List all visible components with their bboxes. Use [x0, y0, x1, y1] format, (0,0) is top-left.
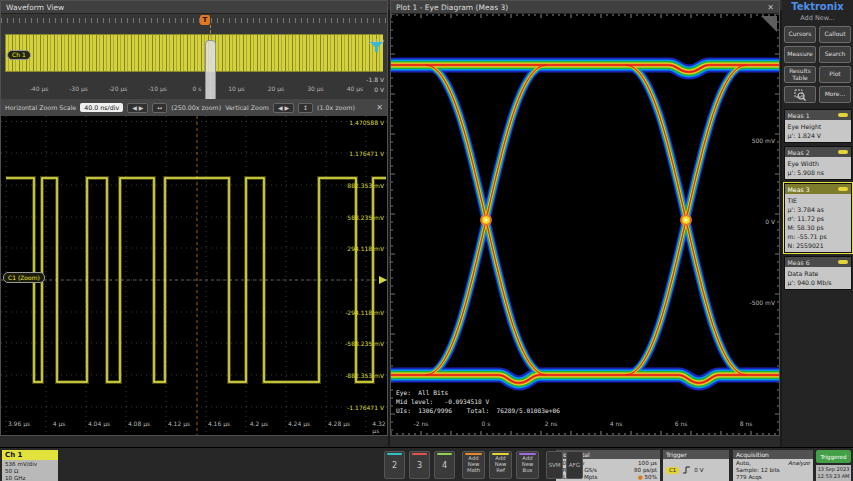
measurement-body: TIEµ': 3.784 asσ': 11.72 psM: 58.30 psm:…: [785, 194, 851, 252]
cursors-button[interactable]: Cursors: [784, 26, 816, 43]
channel-color-stripe: [387, 453, 402, 455]
v-zoom-step-buttons[interactable]: ◀ ▶: [273, 103, 294, 113]
zoom-x-tick: 4 µs: [53, 420, 66, 427]
zoom-y-tick: -1.176471 V: [347, 404, 384, 411]
eye-diagram-close-icon[interactable]: ✕: [767, 3, 774, 12]
waveform-view-titlebar[interactable]: Waveform View: [1, 1, 387, 14]
h-zoom-scale-value[interactable]: 40.0 ns/div: [80, 103, 123, 112]
zoom-channel-badge[interactable]: C1 (Zoom): [3, 272, 45, 283]
zoom-y-tick: 1.470588 V: [349, 118, 384, 125]
overview-x-tick: 40 µs: [347, 85, 364, 92]
position-dot-icon: ●: [638, 474, 645, 480]
overview-ruler: [1, 18, 387, 23]
h-zoom-step-buttons[interactable]: ◀ ▶: [127, 103, 148, 113]
measurement-name: Eye Height: [788, 122, 848, 131]
channel-button-2[interactable]: 2: [384, 451, 405, 479]
draw-a-box-button[interactable]: [784, 86, 816, 103]
trigger-edge-icon: [682, 465, 691, 475]
acquisition-panel[interactable]: Acquisition Auto,AnalyzeSample: 12 bits7…: [733, 450, 813, 481]
divider-grip-left[interactable]: ⋮: [386, 258, 389, 272]
acquisition-settings: Auto,AnalyzeSample: 12 bits779 Acqs: [733, 459, 813, 481]
zoom-y-tick: -882.353 mV: [345, 372, 384, 379]
overview-x-tick: 10 µs: [228, 85, 245, 92]
measurement-badge-stack: Meas 1Eye Heightµ': 1.824 VMeas 2Eye Wid…: [782, 109, 853, 290]
acquisition-row: 779 Acqs: [736, 474, 810, 481]
channel1-badge[interactable]: Ch 1 536 mV/div50 Ω10 GHz: [2, 450, 58, 481]
zoom-x-tick: 4.12 µs: [168, 420, 190, 427]
measurement-name: TIE: [788, 196, 848, 205]
plot-button[interactable]: Plot: [819, 66, 851, 83]
filter-funnel-icon[interactable]: [370, 38, 383, 57]
eye-x-tick: 2 ns: [545, 420, 558, 427]
acquisition-cell: Analyze: [788, 460, 810, 467]
window-divider-left[interactable]: [388, 11, 390, 447]
add-new-math-button[interactable]: Add New Math: [462, 451, 485, 479]
eye-diagram-plot[interactable]: Eye: All Bits Mid level: -0.0934518 V UI…: [391, 14, 779, 435]
zoom-y-tick: 294.118 mV: [347, 245, 384, 252]
measurement-badge-meas-6[interactable]: Meas 6Data Rateµ': 940.0 Mb/s: [784, 256, 852, 290]
triggered-status-button[interactable]: Triggered: [816, 450, 851, 463]
trigger-position-icon[interactable]: T: [200, 15, 210, 25]
overview-x-tick: -40 µs: [30, 85, 49, 92]
overview-y-zero-label: 0 V: [374, 86, 384, 93]
add-color-stripe: [519, 453, 536, 455]
measurement-source-pill: [838, 187, 848, 191]
zoom-x-tick: 4.2 µs: [250, 420, 268, 427]
channel-button-3[interactable]: 3: [409, 451, 430, 479]
overview-waveform-band: [5, 34, 383, 72]
right-sidebar: Tektronix Add New... CursorsCalloutMeasu…: [782, 0, 853, 447]
trigger-source-badge: C1: [666, 467, 679, 474]
add-new-ref-button[interactable]: Add New Ref: [489, 451, 512, 479]
measurement-id: Meas 3: [788, 186, 810, 193]
horizontal-cell: ● 50%: [638, 474, 657, 481]
measurement-value: µ': 1.824 V: [788, 131, 848, 140]
eye-diagram-titlebar[interactable]: Plot 1 - Eye Diagram (Meas 3) ✕: [391, 1, 779, 14]
acquisition-row: Sample: 12 bits: [736, 467, 810, 474]
v-zoom-reset-button[interactable]: ↕: [298, 103, 313, 113]
callout-button[interactable]: Callout: [819, 26, 851, 43]
zoom-close-icon[interactable]: ✕: [376, 103, 383, 112]
trigger-panel[interactable]: Trigger C1 0 V: [663, 450, 729, 481]
add-color-stripe: [465, 453, 482, 455]
zoomed-waveform-plot[interactable]: C1 (Zoom) 3.96 µs4 µs4.04 µs4.08 µs4.12 …: [1, 116, 387, 435]
zoom-x-tick: 3.96 µs: [8, 420, 30, 427]
waveform-overview[interactable]: Ch 1 T -40 µs-30 µs-20 µs-10 µs0 s10 µs2…: [1, 14, 387, 99]
eye-x-tick: 6 ns: [675, 420, 688, 427]
svm-button[interactable]: SVM: [546, 451, 563, 479]
zoom-y-tick: 588.235 mV: [347, 214, 384, 221]
search-button[interactable]: Search: [819, 46, 851, 63]
measurement-body: Eye Widthµ': 5.908 ns: [785, 157, 851, 179]
add-new-bus-button[interactable]: Add New Bus: [516, 451, 539, 479]
measurement-value: M: 58.30 ps: [788, 223, 848, 232]
more--button[interactable]: More...: [819, 86, 851, 103]
eye-y-tick: 500 mV: [752, 137, 775, 144]
channel-color-stripe: [412, 453, 427, 455]
zoom-x-tick: 4.08 µs: [128, 420, 150, 427]
overview-x-tick: -30 µs: [69, 85, 88, 92]
measure-button[interactable]: Measure: [784, 46, 816, 63]
afg-button[interactable]: AFG: [566, 451, 583, 479]
overview-x-tick: -10 µs: [148, 85, 167, 92]
overview-y-bottom-label: -1.8 V: [366, 76, 384, 83]
zoom-y-tick: 882.353 mV: [347, 182, 384, 189]
measurement-badge-meas-2[interactable]: Meas 2Eye Widthµ': 5.908 ns: [784, 146, 852, 180]
measurement-source-pill: [838, 260, 848, 264]
channel1-setting-line: 536 mV/div: [5, 461, 55, 468]
h-zoom-reset-button[interactable]: ↔: [152, 103, 167, 113]
eye-y-tick: -500 mV: [750, 299, 775, 306]
measurement-id: Meas 6: [788, 259, 810, 266]
acquisition-row: Auto,Analyze: [736, 460, 810, 467]
channel1-setting-line: 50 Ω: [5, 468, 55, 475]
measurement-badge-meas-3[interactable]: Meas 3TIEµ': 3.784 asσ': 11.72 psM: 58.3…: [784, 183, 852, 253]
zoom-toolbar: Horizontal Zoom Scale 40.0 ns/div ◀ ▶ ↔ …: [1, 99, 387, 116]
channel-button-4[interactable]: 4: [434, 451, 455, 479]
overview-channel-badge[interactable]: Ch 1: [7, 50, 31, 60]
measurement-badge-meas-1[interactable]: Meas 1Eye Heightµ': 1.824 V: [784, 109, 852, 143]
channel1-settings: 536 mV/div50 Ω10 GHz: [2, 460, 58, 481]
measurement-header: Meas 3: [785, 184, 851, 194]
results-table-button[interactable]: Results Table: [784, 66, 816, 83]
acquisition-title: Acquisition: [733, 450, 813, 459]
measurement-id: Meas 2: [788, 149, 810, 156]
h-zoom-readout: (250.00x zoom): [171, 104, 221, 111]
eye-resize-handle[interactable]: [761, 16, 777, 32]
